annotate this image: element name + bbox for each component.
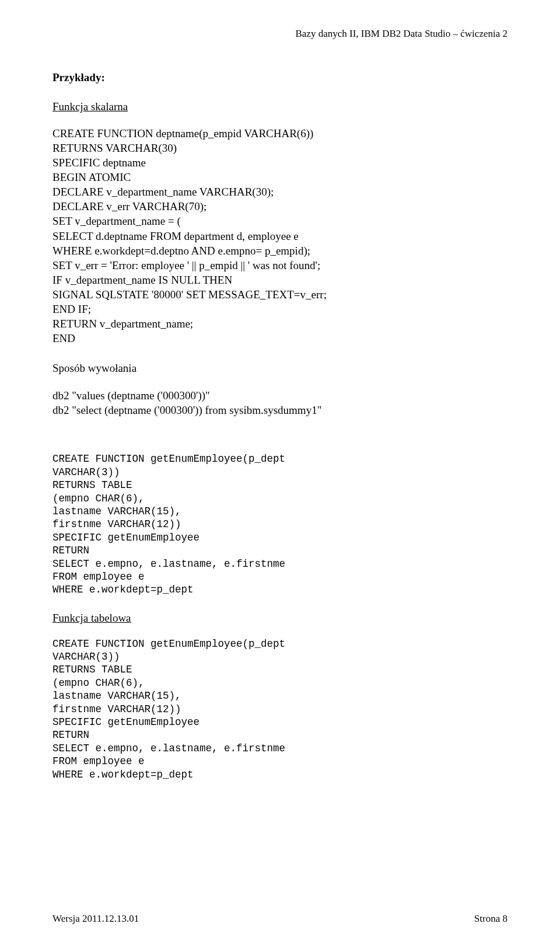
footer-version: Wersja 2011.12.13.01 bbox=[52, 913, 139, 925]
scalar-function-heading: Funkcja skalarna bbox=[52, 100, 508, 113]
page-footer: Wersja 2011.12.13.01 Strona 8 bbox=[52, 913, 508, 925]
scalar-function-code: CREATE FUNCTION deptname(p_empid VARCHAR… bbox=[52, 126, 508, 346]
page: Bazy danych II, IBM DB2 Data Studio – ćw… bbox=[0, 0, 560, 948]
invocation-code: db2 "values (deptname ('000300'))" db2 "… bbox=[52, 388, 508, 417]
footer-page-number: Strona 8 bbox=[474, 913, 508, 925]
table-function-heading: Funkcja tabelowa bbox=[52, 612, 508, 625]
enum-employee-code-2: CREATE FUNCTION getEnumEmployee(p_dept V… bbox=[52, 637, 508, 781]
enum-employee-code-1: CREATE FUNCTION getEnumEmployee(p_dept V… bbox=[52, 452, 508, 596]
invocation-heading: Sposób wywołania bbox=[52, 361, 508, 375]
examples-title: Przykłady: bbox=[52, 71, 508, 84]
page-header: Bazy danych II, IBM DB2 Data Studio – ćw… bbox=[52, 28, 508, 40]
header-text: Bazy danych II, IBM DB2 Data Studio – ćw… bbox=[295, 28, 508, 39]
